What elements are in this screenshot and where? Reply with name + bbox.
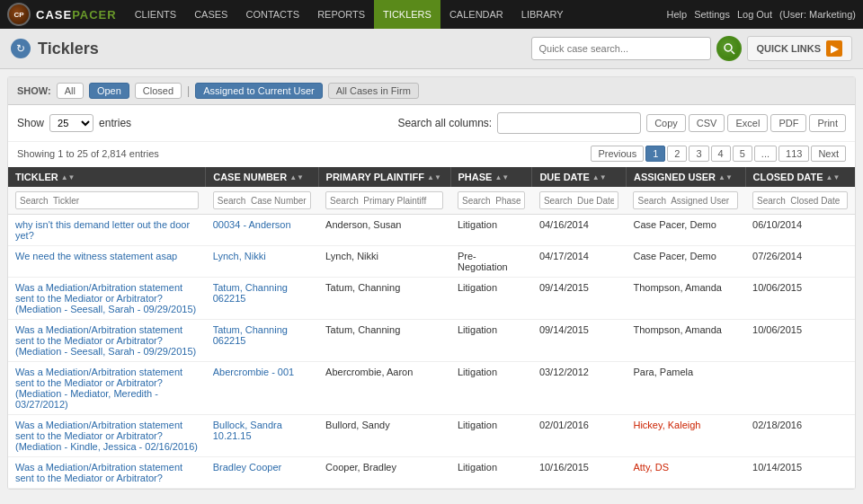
nav-clients[interactable]: CLIENTS [126,0,185,29]
assigned-user-link[interactable]: Atty, DS [633,462,669,473]
logo-text: CASEPACER [36,8,117,22]
assigned-user-cell: Atty, DS [626,457,745,489]
tickler-link[interactable]: Was a Mediation/Arbitration statement se… [15,282,196,314]
page-1-button[interactable]: 1 [645,146,665,162]
filter-assigned-button[interactable]: Assigned to Current User [195,83,323,99]
print-button[interactable]: Print [809,114,846,132]
nav-calendar[interactable]: CALENDAR [440,0,512,29]
nav-reports[interactable]: REPORTS [308,0,374,29]
search-all-input[interactable] [497,112,641,134]
col-case-number[interactable]: CASE NUMBER▲▼ [206,167,318,187]
search-phase-cell [450,187,532,215]
case-number-cell: Tatum, Channing 062215 [206,320,318,362]
table-row: why isn't this demand letter out the doo… [8,215,855,246]
nav-cases[interactable]: CASES [185,0,236,29]
case-number-link[interactable]: Bullock, Sandra 10.21.15 [213,420,282,441]
plaintiff-cell: Abercrombie, Aaron [318,362,450,415]
sort-icon: ▲▼ [826,173,841,181]
col-phase[interactable]: PHASE▲▼ [450,167,532,187]
table-controls: Show 25 10 50 100 entries Search all col… [8,105,855,142]
table-row: Was a Mediation/Arbitration statement se… [8,415,855,457]
filter-all-cases-button[interactable]: All Cases in Firm [328,83,419,99]
filter-all-button[interactable]: All [57,83,84,99]
plaintiff-cell: Tatum, Channing [318,278,450,320]
tickler-cell: We need the witness statement asap [8,246,206,278]
page-last-button[interactable]: 113 [778,146,809,162]
due-date-cell: 03/12/2012 [532,362,627,415]
tickler-link[interactable]: Was a Mediation/Arbitration statement se… [15,367,182,410]
search-plaintiff-input[interactable] [325,191,443,209]
assigned-user-link[interactable]: Hickey, Kaleigh [633,420,700,430]
assigned-user-cell: Thompson, Amanda [626,278,745,320]
search-tickler-input[interactable] [15,191,199,209]
refresh-button[interactable]: ↻ [11,39,31,58]
phase-cell: Litigation [450,457,532,489]
filter-open-button[interactable]: Open [89,83,129,99]
tickler-link[interactable]: We need the witness statement asap [15,251,177,261]
case-number-link[interactable]: 00034 - Anderson [213,219,291,230]
col-primary-plaintiff[interactable]: PRIMARY PLAINTIFF▲▼ [318,167,450,187]
page-4-button[interactable]: 4 [711,146,731,162]
due-date-cell: 04/16/2014 [532,215,627,246]
nav-library[interactable]: LIBRARY [512,0,573,29]
quick-links-arrow-icon: ▶ [826,40,842,57]
copy-button[interactable]: Copy [646,114,686,132]
due-date-cell: 09/14/2015 [532,320,627,362]
svg-line-1 [731,51,734,55]
entries-select[interactable]: 25 10 50 100 [49,114,93,132]
nav-contacts[interactable]: CONTACTS [236,0,308,29]
case-number-link[interactable]: Abercrombie - 001 [213,367,295,377]
sort-icon: ▲▼ [427,173,441,181]
search-closed-date-input[interactable] [752,191,848,209]
page-5-button[interactable]: 5 [733,146,752,162]
quick-links-label: QUICK LINKS [757,43,822,54]
search-case-number-cell [206,187,318,215]
case-number-link[interactable]: Lynch, Nikki [213,251,266,261]
tickler-link[interactable]: Was a Mediation/Arbitration statement se… [15,324,196,357]
col-due-date[interactable]: DUE DATE▲▼ [532,167,627,187]
help-link[interactable]: Help [667,9,688,20]
pdf-button[interactable]: PDF [770,114,806,132]
col-tickler[interactable]: TICKLER▲▼ [8,167,206,187]
logo: CP CASEPACER [7,3,117,26]
phase-cell: Litigation [450,215,532,246]
search-phase-input[interactable] [458,191,525,209]
export-buttons: Copy CSV Excel PDF Print [646,114,846,132]
settings-link[interactable]: Settings [694,9,730,20]
col-closed-date[interactable]: CLOSED DATE▲▼ [745,167,855,187]
logout-link[interactable]: Log Out [737,9,772,20]
phase-cell: Pre-Negotiation [450,246,532,278]
page-3-button[interactable]: 3 [689,146,708,162]
previous-button[interactable]: Previous [591,146,644,162]
page-title: Ticklers [38,40,99,58]
tickler-link[interactable]: Was a Mediation/Arbitration statement se… [15,462,182,483]
search-assigned-user-input[interactable] [633,191,738,209]
nav-ticklers[interactable]: TICKLERS [374,0,440,29]
assigned-user-cell: Case Pacer, Demo [626,215,745,246]
quick-links-button[interactable]: QUICK LINKS ▶ [747,36,853,61]
case-number-link[interactable]: Tatum, Channing 062215 [213,324,288,346]
data-table: TICKLER▲▼ CASE NUMBER▲▼ PRIMARY PLAINTIF… [8,167,855,489]
due-date-cell: 10/16/2015 [532,457,627,489]
table-row: Was a Mediation/Arbitration statement se… [8,457,855,489]
tickler-link[interactable]: Was a Mediation/Arbitration statement se… [15,420,198,452]
search-case-number-input[interactable] [213,191,311,209]
plaintiff-cell: Anderson, Susan [318,215,450,246]
page-2-button[interactable]: 2 [667,146,687,162]
search-plaintiff-cell [318,187,450,215]
show-entries: Show 25 10 50 100 entries [17,114,131,132]
quick-search-input[interactable] [531,37,711,60]
case-number-link[interactable]: Tatum, Channing 062215 [213,282,288,304]
case-number-link[interactable]: Bradley Cooper [213,462,281,473]
col-assigned-user[interactable]: ASSIGNED USER▲▼ [626,167,745,187]
next-button[interactable]: Next [811,146,846,162]
search-go-button[interactable] [716,36,742,61]
search-due-date-input[interactable] [539,191,619,209]
excel-button[interactable]: Excel [727,114,768,132]
case-number-cell: Lynch, Nikki [206,246,318,278]
sort-icon: ▲▼ [494,173,509,181]
filter-closed-button[interactable]: Closed [135,83,182,99]
tickler-link[interactable]: why isn't this demand letter out the doo… [15,219,190,241]
tickler-cell: Was a Mediation/Arbitration statement se… [8,415,206,457]
csv-button[interactable]: CSV [689,114,725,132]
